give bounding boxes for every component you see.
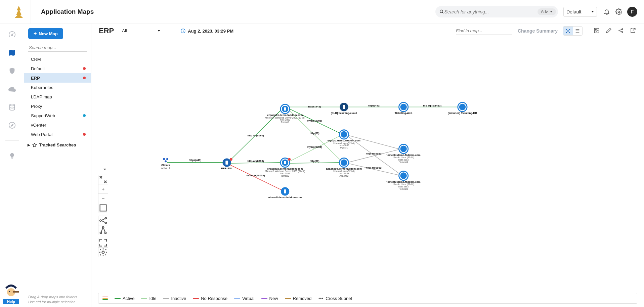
map-item-erp[interactable]: ERP bbox=[24, 73, 91, 83]
map-item-default[interactable]: Default bbox=[24, 64, 91, 73]
map-item-crm[interactable]: CRM bbox=[24, 54, 91, 64]
node-tomcat3[interactable]: tomcat3.demo.faddom.com Ubuntu Linux (32… bbox=[387, 171, 421, 190]
svg-rect-63 bbox=[225, 161, 228, 165]
svg-text:http(80): http(80) bbox=[310, 160, 319, 163]
svg-rect-82 bbox=[284, 189, 286, 193]
map-title: ERP bbox=[99, 27, 114, 35]
svg-line-121 bbox=[101, 219, 105, 221]
layout-spread-icon[interactable] bbox=[98, 216, 108, 225]
zoom-out-icon[interactable]: − bbox=[98, 194, 108, 203]
app-header: Application Maps Adv. Default F bbox=[0, 0, 644, 24]
nav-database-icon[interactable] bbox=[8, 103, 16, 112]
status-dot-red bbox=[83, 133, 86, 136]
map-item-supportweb[interactable]: SupportWeb bbox=[24, 111, 91, 120]
svg-point-103 bbox=[400, 145, 406, 152]
fit-icon[interactable] bbox=[98, 175, 108, 184]
legend-inactive: Inactive bbox=[163, 296, 186, 301]
svg-text:ms-sql-s(1433): ms-sql-s(1433) bbox=[423, 104, 442, 107]
node-elb-ticketing[interactable]: [ELB] ticketing-cloud bbox=[331, 103, 357, 115]
change-summary-link[interactable]: Change Summary bbox=[518, 28, 558, 34]
filter-dropdown[interactable]: All bbox=[121, 27, 162, 35]
nav-insights-icon[interactable] bbox=[8, 151, 16, 160]
svg-text:http-alt(8080): http-alt(8080) bbox=[366, 152, 382, 155]
export-icon[interactable] bbox=[630, 28, 637, 34]
new-map-button[interactable]: +New Map bbox=[28, 28, 63, 39]
edit-icon[interactable] bbox=[606, 28, 612, 34]
page-title: Application Maps bbox=[41, 8, 94, 15]
svg-point-26 bbox=[622, 32, 623, 33]
legend-idle: Idle bbox=[141, 296, 156, 301]
map-item-webportal[interactable]: Web Portal bbox=[24, 130, 91, 139]
layout-tree-icon[interactable] bbox=[98, 225, 108, 235]
map-settings-icon[interactable] bbox=[98, 248, 108, 257]
svg-line-18 bbox=[568, 31, 569, 32]
notifications-icon[interactable] bbox=[603, 8, 610, 15]
svg-point-109 bbox=[400, 172, 406, 179]
global-search[interactable]: Adv. bbox=[435, 6, 558, 17]
scope-dropdown[interactable]: Default bbox=[563, 7, 597, 17]
find-in-map-input[interactable] bbox=[456, 27, 512, 35]
svg-text:Tomcat1: Tomcat1 bbox=[281, 121, 290, 123]
legend-cross-subnet: Cross Subnet bbox=[318, 296, 352, 301]
svg-text:Tomcat3: Tomcat3 bbox=[399, 188, 408, 190]
view-list-button[interactable] bbox=[573, 27, 582, 35]
cross-subnet-icon bbox=[318, 297, 324, 300]
svg-point-2 bbox=[618, 11, 620, 12]
node-erp-ssl[interactable]: ERP-SSL bbox=[221, 158, 232, 170]
node-apache05[interactable]: apache05.demo.faddom.com Ubuntu Linux (3… bbox=[326, 158, 362, 177]
svg-text:http-alt(8080): http-alt(8080) bbox=[366, 166, 382, 169]
svg-point-94 bbox=[341, 159, 347, 166]
nav-discover-icon[interactable] bbox=[8, 121, 16, 130]
svg-line-40 bbox=[347, 135, 401, 149]
view-graph-button[interactable] bbox=[563, 27, 573, 35]
svg-text:https(443): https(443) bbox=[368, 104, 381, 107]
svg-point-0 bbox=[440, 10, 443, 12]
svg-point-5 bbox=[9, 104, 14, 106]
map-item-proxy[interactable]: Proxy bbox=[24, 101, 91, 111]
nav-security-icon[interactable] bbox=[8, 67, 16, 75]
panel-collapse-caret[interactable] bbox=[100, 166, 110, 173]
save-image-icon[interactable] bbox=[594, 28, 600, 34]
settings-icon[interactable] bbox=[615, 8, 622, 15]
user-avatar[interactable]: F bbox=[627, 7, 637, 17]
svg-text:ERP-SSL: ERP-SSL bbox=[221, 167, 232, 170]
svg-text:Tomcat4: Tomcat4 bbox=[399, 161, 408, 163]
map-canvas[interactable]: https(443) http-alt(8080) http-alt(8080)… bbox=[91, 38, 644, 290]
nav-cloud-icon[interactable] bbox=[8, 85, 16, 93]
nav-dashboard-icon[interactable] bbox=[8, 30, 16, 39]
advanced-search-toggle[interactable]: Adv. bbox=[538, 8, 556, 15]
fullscreen-icon[interactable] bbox=[98, 238, 108, 248]
svg-text:Active: 1: Active: 1 bbox=[161, 167, 170, 169]
svg-text:https(443): https(443) bbox=[189, 159, 202, 162]
tracked-searches-toggle[interactable]: ▶ Tracked Searches bbox=[24, 142, 91, 147]
zoom-in-icon[interactable]: + bbox=[98, 184, 108, 194]
help-widget[interactable]: Help bbox=[3, 283, 19, 304]
box-select-icon[interactable] bbox=[98, 203, 108, 213]
search-map-input[interactable] bbox=[28, 44, 87, 52]
help-avatar-icon bbox=[3, 283, 19, 298]
node-nimsoft[interactable]: nimsoft.demo.faddom.com bbox=[268, 187, 302, 199]
svg-rect-117 bbox=[100, 205, 106, 211]
nav-maps-icon[interactable] bbox=[8, 48, 16, 57]
node-ticketing-db[interactable]: [Instance] Ticketing-DB bbox=[448, 102, 477, 115]
global-search-input[interactable] bbox=[444, 9, 537, 14]
svg-text:https(443): https(443) bbox=[308, 105, 321, 108]
legend-drag-handle[interactable] bbox=[102, 297, 108, 300]
svg-rect-134 bbox=[13, 291, 19, 293]
node-clients[interactable]: Clients Active: 1 bbox=[161, 158, 170, 169]
map-item-kubernetes[interactable]: Kubernetes bbox=[24, 83, 91, 92]
map-item-vcenter[interactable]: vCenter bbox=[24, 120, 91, 130]
node-ticketing-web[interactable]: Ticketing-Web bbox=[395, 102, 413, 115]
timestamp-display[interactable]: Aug 2, 2023, 03:29 PM bbox=[180, 28, 233, 34]
svg-rect-75 bbox=[284, 161, 286, 164]
svg-text:http-alt(8080): http-alt(8080) bbox=[247, 134, 264, 137]
share-icon[interactable] bbox=[618, 28, 625, 34]
svg-rect-68 bbox=[284, 107, 286, 111]
legend-active: Active bbox=[115, 296, 134, 301]
node-mysql1[interactable]: mysql1.demo.faddom.com Ubuntu Linux (32-… bbox=[328, 130, 360, 149]
svg-line-122 bbox=[101, 221, 105, 223]
app-logo[interactable] bbox=[7, 0, 31, 24]
help-label[interactable]: Help bbox=[3, 299, 19, 304]
map-item-ldap[interactable]: LDAP map bbox=[24, 92, 91, 101]
node-erpapp02[interactable]: erpapp02.demo.faddom.com Microsoft Windo… bbox=[265, 158, 305, 177]
